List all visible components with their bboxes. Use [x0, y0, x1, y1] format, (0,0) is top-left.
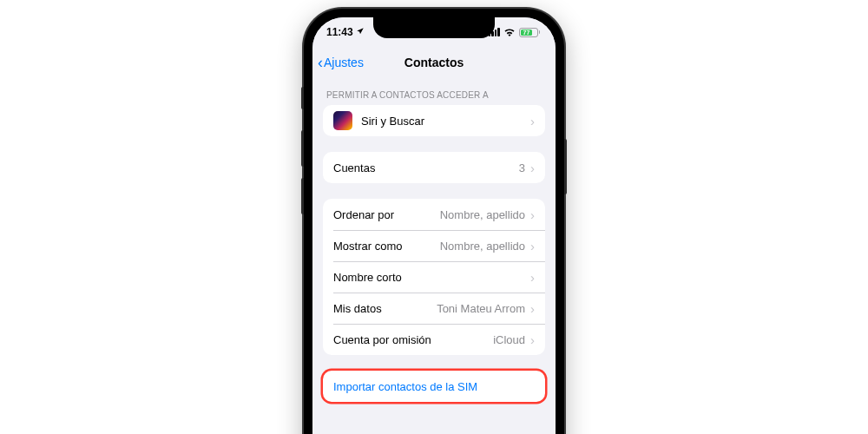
row-import-sim-contacts[interactable]: Importar contactos de la SIM: [323, 371, 545, 402]
battery-percent: 77: [521, 30, 533, 36]
page-title: Contactos: [312, 56, 556, 69]
section-header-access: PERMITIR A CONTACTOS ACCEDER A: [312, 78, 556, 105]
row-show-as[interactable]: Mostrar como Nombre, apellido ›: [323, 230, 545, 261]
screen: 11:43 77: [312, 17, 556, 434]
volume-down-button: [301, 178, 304, 214]
row-label: Cuentas: [333, 161, 519, 174]
chevron-right-icon: ›: [530, 333, 535, 346]
content: PERMITIR A CONTACTOS ACCEDER A Siri y Bu…: [312, 78, 556, 402]
power-button: [564, 139, 567, 194]
group-siri: Siri y Buscar ›: [323, 105, 545, 136]
row-value: Nombre, apellido: [440, 240, 525, 253]
row-siri-search[interactable]: Siri y Buscar ›: [323, 105, 545, 136]
row-label: Ordenar por: [333, 208, 440, 221]
nav-bar: ‹ Ajustes Contactos: [312, 47, 556, 78]
row-sort-by[interactable]: Ordenar por Nombre, apellido ›: [323, 199, 545, 230]
row-default-account[interactable]: Cuenta por omisión iCloud ›: [323, 324, 545, 355]
chevron-right-icon: ›: [530, 115, 535, 128]
row-label: Mostrar como: [333, 240, 440, 253]
row-label: Importar contactos de la SIM: [333, 380, 535, 393]
chevron-right-icon: ›: [530, 161, 535, 174]
notch: [373, 17, 495, 38]
phone-frame: 11:43 77: [304, 9, 564, 434]
volume-up-button: [301, 130, 304, 167]
row-label: Mis datos: [333, 302, 437, 315]
row-accounts[interactable]: Cuentas 3 ›: [323, 152, 545, 183]
row-label: Cuenta por omisión: [333, 333, 493, 346]
row-label: Siri y Buscar: [361, 115, 530, 128]
chevron-right-icon: ›: [530, 271, 535, 284]
chevron-right-icon: ›: [530, 302, 535, 315]
status-time: 11:43: [326, 26, 353, 38]
battery-icon: 77: [519, 28, 541, 37]
row-my-info[interactable]: Mis datos Toni Mateu Arrom ›: [323, 293, 545, 324]
chevron-right-icon: ›: [530, 240, 535, 253]
row-value: Nombre, apellido: [440, 208, 525, 221]
chevron-right-icon: ›: [530, 208, 535, 221]
wifi-icon: [503, 28, 516, 36]
status-left: 11:43: [326, 26, 365, 38]
row-short-name[interactable]: Nombre corto ›: [323, 261, 545, 293]
group-import-sim: Importar contactos de la SIM: [323, 371, 545, 402]
siri-icon: [333, 111, 352, 130]
group-accounts: Cuentas 3 ›: [323, 152, 545, 183]
row-label: Nombre corto: [333, 271, 525, 284]
row-value: iCloud: [493, 333, 525, 346]
row-value: 3: [519, 161, 525, 174]
location-icon: [356, 27, 365, 37]
row-value: Toni Mateu Arrom: [437, 302, 525, 315]
group-display-settings: Ordenar por Nombre, apellido › Mostrar c…: [323, 199, 545, 355]
mute-switch: [301, 87, 304, 109]
status-right: 77: [489, 28, 541, 37]
